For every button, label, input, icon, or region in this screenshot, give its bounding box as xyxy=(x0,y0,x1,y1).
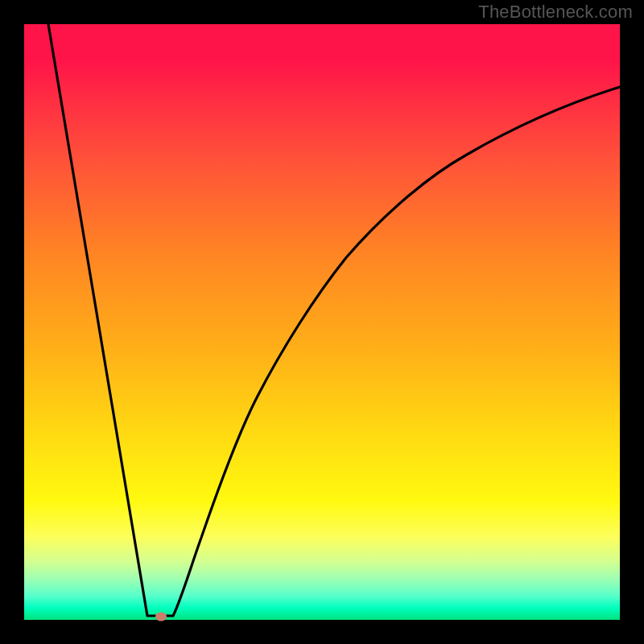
curve-svg xyxy=(24,24,620,620)
minimum-marker-dot xyxy=(155,613,167,621)
watermark-text: TheBottleneck.com xyxy=(478,2,633,23)
chart-plot-area xyxy=(24,24,620,620)
bottleneck-curve xyxy=(48,24,620,616)
